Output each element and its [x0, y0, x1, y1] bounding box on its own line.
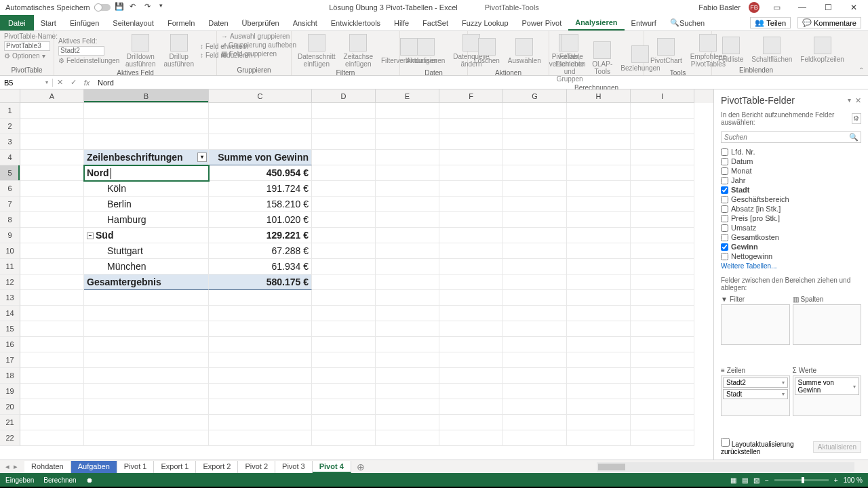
view-normal-icon[interactable]: ▦ [730, 476, 736, 484]
cell-I17[interactable] [631, 352, 694, 368]
cell-A15[interactable] [20, 321, 84, 337]
cell-E3[interactable] [376, 134, 439, 150]
cell-C10[interactable]: 67.288 € [209, 243, 312, 259]
tab-factset[interactable]: FactSet [416, 15, 455, 30]
cell-B20[interactable] [84, 399, 209, 415]
cell-G5[interactable] [503, 165, 567, 181]
confirm-edit-icon[interactable]: ✓ [66, 78, 80, 87]
field-gewinn[interactable]: Gewinn [721, 242, 861, 251]
refresh-button[interactable]: Aktualisieren [404, 37, 447, 66]
sheet-nav-next-icon[interactable]: ▸ [14, 462, 18, 471]
cell-H1[interactable] [567, 103, 631, 119]
options-button[interactable]: ⚙ Optionen ▾ [4, 52, 50, 60]
cell-D5[interactable] [312, 165, 376, 181]
values-area[interactable]: Summe von Gewinn [793, 375, 862, 416]
search-icon[interactable]: 🔍 [849, 133, 859, 142]
cell-D6[interactable] [312, 181, 376, 197]
zoom-out-icon[interactable]: − [765, 476, 769, 484]
cell-H3[interactable] [567, 134, 631, 150]
cell-H18[interactable] [567, 368, 631, 384]
cell-G7[interactable] [503, 197, 567, 212]
cell-G10[interactable] [503, 243, 567, 259]
cell-F2[interactable] [439, 119, 503, 134]
cell-I2[interactable] [631, 119, 694, 134]
cell-H15[interactable] [567, 321, 631, 337]
cell-E9[interactable] [376, 228, 439, 243]
cell-B11[interactable]: München [84, 259, 209, 274]
cell-A2[interactable] [20, 119, 84, 134]
minimize-icon[interactable]: ― [793, 3, 811, 12]
cell-B4[interactable]: Zeilenbeschriftungen▾ [84, 150, 209, 165]
undo-icon[interactable]: ↶ [130, 2, 140, 13]
cell-D8[interactable] [312, 212, 376, 228]
cell-A16[interactable] [20, 337, 84, 352]
row-header-16[interactable]: 16 [0, 337, 20, 352]
select-all-button[interactable] [0, 89, 20, 103]
cell-F16[interactable] [439, 337, 503, 352]
row-header-15[interactable]: 15 [0, 321, 20, 337]
row-header-18[interactable]: 18 [0, 368, 20, 384]
cell-C16[interactable] [209, 337, 312, 352]
column-header-I[interactable]: I [631, 89, 694, 103]
cell-A6[interactable] [20, 181, 84, 197]
cell-F7[interactable] [439, 197, 503, 212]
cell-B9[interactable]: −Süd [84, 228, 209, 243]
cell-C4[interactable]: Summe von Gewinn [209, 150, 312, 165]
sheet-tab-export-2[interactable]: Export 2 [196, 461, 238, 473]
cell-I7[interactable] [631, 197, 694, 212]
cell-A11[interactable] [20, 259, 84, 274]
cell-I13[interactable] [631, 290, 694, 306]
cell-E2[interactable] [376, 119, 439, 134]
cell-E7[interactable] [376, 197, 439, 212]
sheet-tab-pivot-4[interactable]: Pivot 4 [313, 461, 351, 473]
share-button[interactable]: 👥 Teilen [750, 17, 791, 28]
cell-A18[interactable] [20, 368, 84, 384]
group-field-button[interactable]: ▦ Feld gruppieren [221, 50, 287, 58]
row-header-10[interactable]: 10 [0, 243, 20, 259]
cell-A3[interactable] [20, 134, 84, 150]
cell-G12[interactable] [503, 274, 567, 290]
cell-H22[interactable] [567, 430, 631, 446]
field-absatz-in-stk-[interactable]: Absatz [in Stk.] [721, 204, 861, 214]
cell-F11[interactable] [439, 259, 503, 274]
cell-C18[interactable] [209, 368, 312, 384]
pane-close-icon[interactable]: ✕ [855, 96, 861, 105]
cell-I6[interactable] [631, 181, 694, 197]
cell-F20[interactable] [439, 399, 503, 415]
cell-I5[interactable] [631, 165, 694, 181]
cell-D14[interactable] [312, 306, 376, 321]
field-umsatz[interactable]: Umsatz [721, 223, 861, 232]
select-button[interactable]: Auswählen [506, 37, 543, 66]
cell-A9[interactable] [20, 228, 84, 243]
row-header-5[interactable]: 5 [0, 165, 20, 181]
cell-H9[interactable] [567, 228, 631, 243]
tab-seitenlayout[interactable]: Seitenlayout [106, 15, 161, 30]
ungroup-button[interactable]: ⤢ Gruppierung aufheben [221, 41, 287, 49]
zoom-level[interactable]: 100 % [844, 476, 863, 484]
cell-D15[interactable] [312, 321, 376, 337]
column-header-C[interactable]: C [209, 89, 312, 103]
field-nettogewinn[interactable]: Nettogewinn [721, 251, 861, 261]
cell-I22[interactable] [631, 430, 694, 446]
cell-E22[interactable] [376, 430, 439, 446]
autosave-toggle[interactable] [94, 4, 111, 11]
cell-A4[interactable] [20, 150, 84, 165]
ribbon-display-icon[interactable]: ▭ [768, 3, 785, 12]
filter-area[interactable] [721, 304, 790, 345]
cell-B17[interactable] [84, 352, 209, 368]
tab-entwicklertools[interactable]: Entwicklertools [324, 15, 387, 30]
cell-G17[interactable] [503, 352, 567, 368]
cell-F17[interactable] [439, 352, 503, 368]
collapse-icon[interactable]: − [87, 232, 94, 239]
cell-B5[interactable]: Nord [84, 165, 209, 181]
macro-record-icon[interactable]: ⏺ [86, 476, 93, 484]
file-tab[interactable]: Datei [0, 15, 34, 30]
cell-H13[interactable] [567, 290, 631, 306]
field-monat[interactable]: Monat [721, 166, 861, 176]
cell-F21[interactable] [439, 415, 503, 430]
sheet-tab-pivot-2[interactable]: Pivot 2 [238, 461, 275, 473]
insert-slicer-button[interactable]: Datenschnitt einfügen [296, 33, 338, 69]
row-header-20[interactable]: 20 [0, 399, 20, 415]
worksheet-grid[interactable]: ABCDEFGHI 123456789101112131415161718192… [0, 89, 713, 460]
cell-E20[interactable] [376, 399, 439, 415]
